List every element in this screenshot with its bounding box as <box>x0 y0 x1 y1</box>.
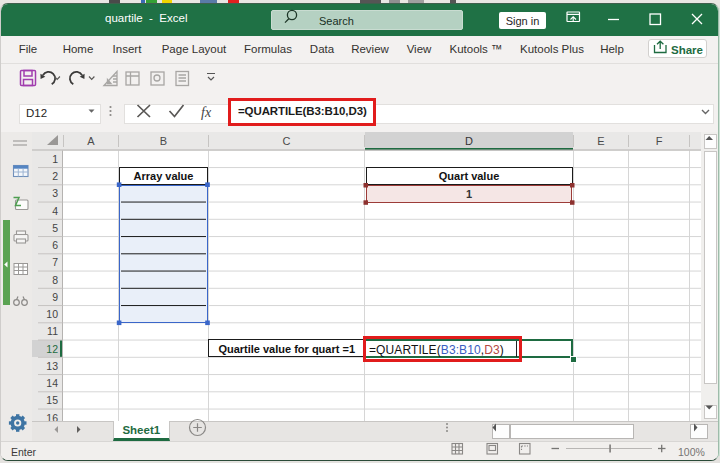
svg-text:fx: fx <box>201 105 212 120</box>
